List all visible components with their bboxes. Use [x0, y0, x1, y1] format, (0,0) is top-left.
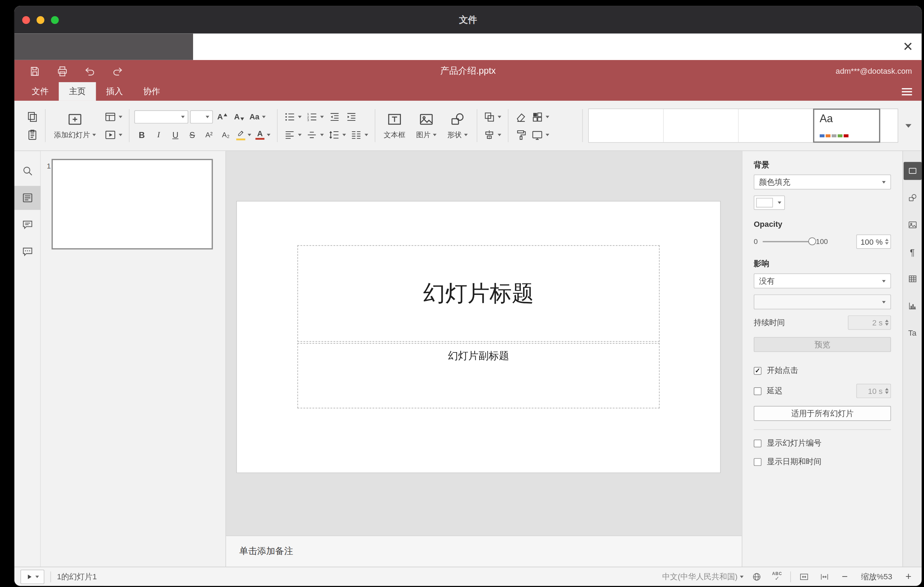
superscript-button[interactable]: A² [201, 127, 216, 142]
chevron-down-icon [119, 115, 122, 118]
start-on-click-checkbox[interactable]: ✓ [754, 366, 761, 374]
slide-subtitle-placeholder[interactable]: 幻灯片副标题 [297, 343, 660, 408]
arrange-shape-button[interactable] [482, 109, 502, 124]
increase-font-button[interactable]: A [214, 109, 229, 124]
add-slide-button[interactable]: 添加幻灯片 [50, 110, 99, 141]
spinner-icon[interactable] [885, 239, 889, 245]
spinner-icon[interactable] [885, 388, 889, 394]
slide-settings-button[interactable] [903, 162, 921, 180]
chevron-down-icon [464, 134, 468, 136]
underline-button[interactable]: U [168, 127, 183, 142]
window-minimize-button[interactable] [36, 16, 44, 23]
change-layout-button[interactable] [103, 109, 124, 124]
theme-option-2[interactable] [664, 109, 739, 142]
theme-gallery-expand-button[interactable] [900, 109, 917, 143]
hamburger-menu-icon[interactable] [902, 82, 912, 101]
slide-thumbnail[interactable] [51, 159, 213, 250]
color-scheme-button[interactable] [530, 109, 551, 124]
slide-size-button[interactable] [530, 127, 551, 142]
theme-option-3[interactable] [739, 109, 814, 142]
tab-file[interactable]: 文件 [21, 82, 59, 101]
document-language-button[interactable] [749, 569, 764, 584]
show-slide-number-checkbox[interactable] [754, 439, 761, 447]
arrange-icon [483, 110, 495, 122]
effect-select[interactable]: 没有 [754, 274, 891, 289]
print-button[interactable] [55, 64, 69, 78]
left-sidebar [15, 151, 41, 567]
window-close-button[interactable] [22, 16, 30, 23]
font-color-button[interactable]: A [254, 127, 272, 142]
show-date-time-checkbox[interactable] [754, 458, 761, 465]
highlight-color-button[interactable] [235, 127, 253, 142]
font-size-combobox[interactable] [190, 110, 213, 123]
decrease-indent-button[interactable] [327, 109, 342, 124]
image-settings-button[interactable] [903, 216, 921, 234]
insert-image-button[interactable]: 图片 [412, 110, 440, 141]
tab-insert[interactable]: 插入 [96, 82, 133, 101]
start-slideshow-status-button[interactable] [20, 569, 44, 584]
preview-button[interactable]: 预览 [754, 337, 891, 352]
window-zoom-button[interactable] [51, 16, 59, 23]
horizontal-align-button[interactable] [282, 127, 303, 142]
spinner-icon[interactable] [885, 320, 889, 325]
align-shape-button[interactable] [482, 127, 502, 142]
duration-input[interactable]: 2 s [848, 315, 891, 330]
tab-home[interactable]: 主页 [59, 82, 96, 101]
zoom-out-button[interactable]: − [838, 569, 852, 584]
clear-style-button[interactable] [513, 109, 528, 124]
table-settings-icon [908, 274, 917, 284]
font-name-combobox[interactable] [134, 110, 188, 123]
line-spacing-button[interactable] [327, 127, 347, 142]
apply-to-all-slides-button[interactable]: 适用于所有幻灯片 [754, 406, 891, 421]
fit-to-width-button[interactable] [817, 569, 832, 584]
language-selector[interactable]: 中文(中华人民共和国) [662, 571, 744, 582]
slides-panel-button[interactable] [15, 186, 40, 209]
opacity-slider[interactable] [762, 241, 814, 242]
theme-option-selected[interactable]: Aa [813, 109, 880, 143]
slide-title-placeholder[interactable]: 幻灯片标题 [297, 246, 660, 342]
opacity-input[interactable]: 100 % [856, 234, 891, 249]
vertical-align-button[interactable] [305, 127, 325, 142]
comments-button[interactable] [15, 213, 40, 237]
viewer-close-icon[interactable]: ✕ [903, 34, 913, 60]
copy-button[interactable] [25, 109, 40, 124]
background-fill-select[interactable]: 颜色填充 [754, 175, 891, 190]
strikeout-button[interactable]: S [185, 127, 200, 142]
copy-style-button[interactable] [513, 127, 528, 142]
insert-shape-button[interactable]: 形状 [444, 110, 472, 141]
insert-textbox-button[interactable]: 文本框 [380, 110, 409, 141]
background-color-select[interactable] [754, 196, 785, 210]
increase-indent-button[interactable] [344, 109, 359, 124]
opacity-slider-knob[interactable] [808, 237, 816, 245]
start-slideshow-button[interactable] [103, 127, 124, 142]
change-case-button[interactable]: Aa [248, 109, 266, 124]
search-button[interactable] [15, 159, 40, 183]
chat-button[interactable] [15, 240, 40, 264]
italic-button[interactable]: I [151, 127, 166, 142]
decrease-font-button[interactable]: A [231, 109, 246, 124]
bold-button[interactable]: B [134, 127, 150, 142]
theme-option-1[interactable] [589, 109, 664, 142]
current-slide[interactable]: 幻灯片标题 幻灯片副标题 [236, 201, 721, 473]
shape-settings-button[interactable] [903, 189, 921, 207]
undo-button[interactable] [83, 64, 97, 78]
tab-collaboration[interactable]: 协作 [133, 82, 170, 101]
chart-settings-button[interactable] [903, 297, 921, 315]
effect-type-select[interactable] [754, 295, 891, 310]
subscript-button[interactable]: A₂ [218, 127, 233, 142]
bullets-button[interactable] [282, 109, 303, 124]
redo-button[interactable] [110, 64, 125, 78]
spellcheck-button[interactable]: ABC ✓ [770, 569, 784, 584]
fit-to-slide-button[interactable] [797, 569, 811, 584]
save-button[interactable] [28, 64, 42, 78]
table-settings-button[interactable] [903, 270, 921, 288]
delay-checkbox[interactable] [754, 387, 761, 395]
textart-settings-button[interactable]: Ta [903, 324, 921, 341]
paste-button[interactable] [25, 127, 40, 142]
zoom-in-button[interactable]: + [901, 569, 916, 584]
delay-input[interactable]: 10 s [856, 384, 891, 398]
numbering-button[interactable] [305, 109, 325, 124]
paragraph-settings-button[interactable]: ¶ [903, 243, 921, 261]
notes-area[interactable]: 单击添加备注 [226, 535, 742, 567]
columns-button[interactable] [349, 127, 369, 142]
